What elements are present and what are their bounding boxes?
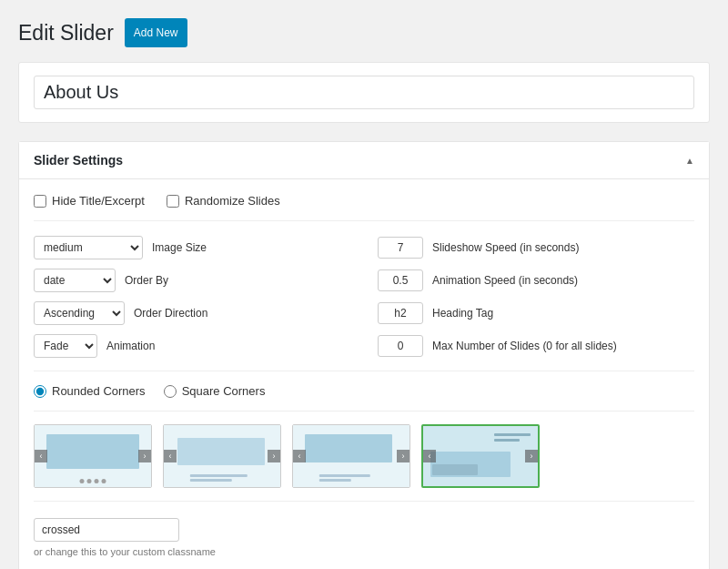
hide-title-checkbox[interactable] [34,195,46,208]
slide-thumb-1[interactable]: ‹ › [34,424,152,488]
square-corners-label: Square Corners [182,384,266,398]
image-size-row: medium thumbnail large full Image Size [34,236,350,259]
rounded-corners-label: Rounded Corners [52,384,146,398]
slides-thumbnails-row: ‹ › ‹ [34,424,694,502]
randomize-checkbox[interactable] [167,195,179,208]
slide-thumb-2[interactable]: ‹ › [163,424,281,488]
slider-name-panel [18,62,710,123]
slideshow-speed-input[interactable] [378,237,423,259]
image-size-select[interactable]: medium thumbnail large full [34,236,143,259]
rounded-corners-radio[interactable] [34,385,46,398]
hide-title-group: Hide Title/Excerpt [34,194,145,208]
settings-panel: Slider Settings ▲ Hide Title/Excerpt Ran… [18,141,710,569]
slide-3-next[interactable]: › [397,450,410,462]
settings-grid: medium thumbnail large full Image Size S… [34,236,694,371]
max-slides-label: Max Number of Slides (0 for all slides) [432,340,617,352]
max-slides-row: Max Number of Slides (0 for all slides) [378,334,694,358]
slider-name-input[interactable] [34,76,694,109]
page-header: Edit Slider Add New [18,18,710,47]
slide-3-prev[interactable]: ‹ [293,450,306,462]
page-title: Edit Slider [18,21,114,46]
slide-4-next[interactable]: › [525,450,538,462]
order-by-select[interactable]: date title rand ID [34,269,116,292]
square-corners-group: Square Corners [164,384,266,398]
order-by-row: date title rand ID Order By [34,269,350,292]
slideshow-speed-row: Slideshow Speed (in seconds) [378,236,694,259]
slide-thumb-3[interactable]: ‹ › [292,424,410,488]
animation-speed-row: Animation Speed (in seconds) [378,269,694,292]
heading-tag-row: Heading Tag [378,301,694,325]
animation-row: Fade Slide Animation [34,334,350,358]
order-by-label: Order By [125,274,168,287]
slideshow-speed-label: Slideshow Speed (in seconds) [432,241,579,254]
order-direction-row: Ascending Descending Order Direction [34,301,350,325]
add-new-button[interactable]: Add New [125,18,187,47]
animation-select[interactable]: Fade Slide [34,334,97,358]
rounded-corners-group: Rounded Corners [34,384,146,398]
slide-4-prev[interactable]: ‹ [423,450,436,462]
animation-speed-input[interactable] [378,269,423,291]
slide-1-next[interactable]: › [138,450,151,462]
image-size-label: Image Size [152,241,207,254]
animation-label: Animation [106,340,155,352]
slide-2-next[interactable]: › [268,450,280,462]
heading-tag-label: Heading Tag [432,307,493,320]
randomize-group: Randomize Slides [167,194,280,208]
order-direction-select[interactable]: Ascending Descending [34,301,125,325]
heading-tag-input[interactable] [378,302,423,324]
corners-row: Rounded Corners Square Corners [34,384,694,412]
checkboxes-row: Hide Title/Excerpt Randomize Slides [34,194,694,221]
classname-row: or change this to your custom classname [34,514,694,557]
slide-thumb-4[interactable]: ‹ › [421,424,540,488]
slide-1-prev[interactable]: ‹ [35,450,47,462]
square-corners-radio[interactable] [164,385,177,398]
settings-panel-header: Slider Settings ▲ [19,142,709,179]
classname-hint: or change this to your custom classname [34,546,694,557]
slide-2-prev[interactable]: ‹ [164,450,177,462]
hide-title-label: Hide Title/Excerpt [52,194,145,208]
settings-panel-title: Slider Settings [34,153,123,168]
classname-input[interactable] [34,518,179,542]
order-direction-label: Order Direction [134,307,207,320]
settings-body: Hide Title/Excerpt Randomize Slides medi… [19,179,709,569]
animation-speed-label: Animation Speed (in seconds) [432,274,578,287]
max-slides-input[interactable] [378,335,423,357]
randomize-label: Randomize Slides [185,194,280,208]
collapse-icon[interactable]: ▲ [685,156,694,166]
